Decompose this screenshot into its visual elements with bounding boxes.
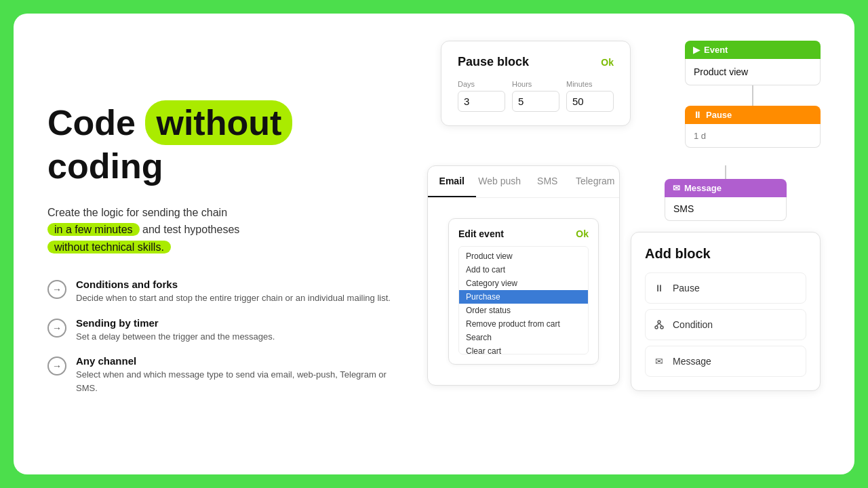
feature-timer: → Sending by timer Set a delay between t…: [47, 317, 400, 344]
event-node[interactable]: ▶ Event Product view: [685, 41, 821, 85]
subtitle: Create the logic for sending the chain i…: [47, 204, 400, 256]
feature-channel-desc: Select when and which message type to se…: [76, 368, 400, 394]
edit-event-ok-button[interactable]: Ok: [576, 228, 589, 239]
feature-channel-icon: →: [47, 357, 66, 375]
feature-conditions-desc: Decide when to start and stop the entire…: [76, 291, 391, 305]
right-panel: Pause block Ok Days Hours Minutes: [427, 41, 821, 447]
add-block-title: Add block: [645, 246, 806, 262]
edit-event-card: Edit event Ok Product view Add to cart C…: [448, 218, 599, 365]
pause-node-header-label: Pause: [706, 110, 732, 120]
add-block-message-icon: ✉: [652, 354, 666, 368]
tab-email[interactable]: Email: [428, 166, 476, 197]
features-list: → Conditions and forks Decide when to st…: [47, 279, 400, 394]
tabs-panel: Email Web push SMS Telegram Edit event O…: [427, 165, 620, 386]
hero-title: Code without coding: [47, 100, 400, 188]
event-list-item-3[interactable]: Purchase: [459, 290, 588, 304]
svg-line-3: [656, 323, 659, 326]
flow-nodes: ▶ Event Product view ⏸ Pause: [685, 41, 821, 148]
svg-point-0: [658, 321, 660, 323]
feature-channel-title: Any channel: [76, 355, 400, 367]
pause-block-card: Pause block Ok Days Hours Minutes: [441, 41, 631, 126]
svg-point-1: [655, 326, 658, 329]
feature-channel: → Any channel Select when and which mess…: [47, 355, 400, 394]
event-list-item-6[interactable]: Search: [459, 331, 588, 344]
time-fields: Days Hours Minutes: [458, 80, 614, 112]
days-label: Days: [458, 80, 505, 88]
add-block-condition[interactable]: Condition: [645, 309, 806, 340]
pause-icon: ⏸: [693, 110, 702, 120]
event-list-item-1[interactable]: Add to cart: [459, 263, 588, 277]
event-list[interactable]: Product view Add to cart Category view P…: [458, 246, 589, 354]
event-list-item-4[interactable]: Order status: [459, 304, 588, 317]
hours-input[interactable]: [512, 91, 559, 112]
subtitle-highlight2: without technical skills.: [47, 241, 171, 253]
pause-node[interactable]: ⏸ Pause 1 d: [685, 106, 821, 148]
event-list-item-0[interactable]: Product view: [459, 249, 588, 263]
main-card: Code without coding Create the logic for…: [14, 14, 854, 474]
hero-line1-text: Code: [47, 103, 145, 142]
add-block-message[interactable]: ✉ Message: [645, 346, 806, 377]
pause-block-title: Pause block: [458, 55, 529, 69]
sms-node-body-label: SMS: [673, 203, 694, 214]
days-input[interactable]: [458, 91, 505, 112]
sms-node-header-label: Message: [684, 183, 722, 193]
add-block-condition-icon: [652, 318, 666, 331]
minutes-input[interactable]: [566, 91, 614, 112]
sms-node[interactable]: ✉ Message SMS: [665, 179, 787, 221]
edit-event-title: Edit event: [458, 228, 504, 239]
add-block-message-label: Message: [673, 356, 711, 367]
connector-line-1: [752, 85, 753, 106]
pause-block-ok-button[interactable]: Ok: [601, 57, 614, 68]
message-envelope-icon: ✉: [673, 183, 680, 193]
hours-label: Hours: [512, 80, 559, 88]
hero-highlight: without: [145, 100, 292, 145]
add-block-condition-label: Condition: [673, 319, 713, 330]
hero-line2: coding: [47, 146, 163, 186]
feature-timer-title: Sending by timer: [76, 317, 275, 329]
minutes-label: Minutes: [566, 80, 614, 88]
subtitle-part2: and test hypotheses: [142, 224, 239, 235]
feature-timer-icon: →: [47, 319, 66, 338]
tab-sms[interactable]: SMS: [524, 166, 572, 197]
feature-conditions-icon: →: [47, 280, 66, 299]
tabs-header: Email Web push SMS Telegram: [428, 166, 619, 198]
subtitle-part1: Create the logic for sending the chain: [47, 207, 227, 218]
connector-line-2: [725, 165, 726, 179]
add-block-panel: Add block ⏸ Pause: [631, 232, 821, 391]
tab-webpush[interactable]: Web push: [476, 166, 524, 197]
feature-conditions-title: Conditions and forks: [76, 279, 391, 290]
add-block-pause[interactable]: ⏸ Pause: [645, 272, 806, 304]
feature-conditions: → Conditions and forks Decide when to st…: [47, 279, 400, 305]
svg-point-2: [660, 326, 663, 329]
event-list-item-5[interactable]: Remove product from cart: [459, 317, 588, 331]
event-node-body-label: Product view: [694, 66, 748, 77]
event-list-item-2[interactable]: Category view: [459, 277, 588, 290]
add-block-pause-label: Pause: [673, 283, 700, 293]
event-play-icon: ▶: [693, 45, 700, 55]
pause-node-body-label: 1 d: [694, 131, 706, 141]
subtitle-highlight1: in a few minutes: [47, 223, 140, 236]
event-list-item-7[interactable]: Clear cart: [459, 344, 588, 354]
left-panel: Code without coding Create the logic for…: [47, 41, 400, 447]
event-node-header-label: Event: [704, 45, 728, 55]
tab-telegram[interactable]: Telegram: [572, 166, 620, 197]
svg-line-4: [659, 323, 662, 326]
feature-timer-desc: Set a delay between the trigger and the …: [76, 330, 275, 344]
add-block-pause-icon: ⏸: [652, 281, 666, 295]
